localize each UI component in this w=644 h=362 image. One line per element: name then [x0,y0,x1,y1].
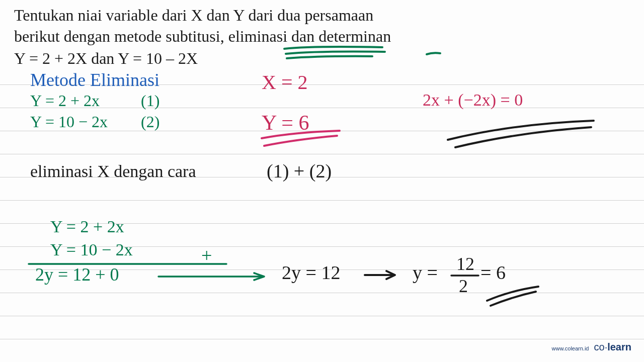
watermark: www.colearn.id co·learn [552,341,631,353]
answer-y: Y = 6 [262,111,309,135]
calc-arrow [156,272,272,282]
elimination-step-ops: (1) + (2) [267,160,332,182]
check-expression: 2x + (−2x) = 0 [423,90,523,110]
equation-2: Y = 10 − 2x [30,113,108,131]
answer-x: X = 2 [262,70,307,94]
calc-eq2: Y = 10 − 2x [50,240,133,259]
calc-sum: 2y = 12 + 0 [35,264,119,285]
watermark-logo: co·learn [594,341,632,353]
calc-result-a: 2y = 12 [282,261,340,284]
elimination-step-text: eliminasi X dengan cara [30,162,196,181]
calc-plus: + [201,244,212,266]
problem-line-3: Y = 2 + 2X dan Y = 10 – 2X [14,48,198,69]
calc-result-b: y = [413,261,438,284]
calc-eq1: Y = 2 + 2x [50,217,124,236]
arrow-small [362,269,403,282]
calc-frac-bot: 2 [459,276,468,297]
calc-frac-top: 12 [453,253,478,275]
method-title: Metode Eliminasi [30,69,159,90]
equation-1: Y = 2 + 2x [30,92,100,110]
problem-line-2: berikut dengan metode subtitusi, elimina… [14,26,391,47]
swoosh-black [443,120,604,155]
final-swoosh [483,286,543,308]
equation-2-label: (2) [141,113,159,131]
calc-result-c: = 6 [480,261,506,284]
small-dash [425,50,445,60]
problem-line-1: Tentukan niai variable dari X dan Y dari… [14,5,373,26]
watermark-url: www.colearn.id [552,345,589,351]
equation-1-label: (1) [141,92,159,110]
